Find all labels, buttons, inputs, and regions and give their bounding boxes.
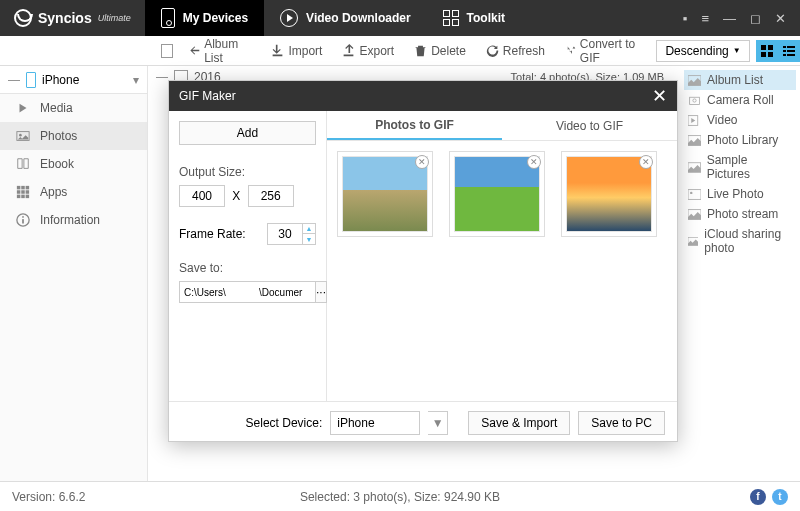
remove-photo-button[interactable]: ✕: [415, 155, 429, 169]
menu-icon[interactable]: ≡: [701, 11, 709, 26]
window-controls: ▪ ≡ — ◻ ✕: [683, 11, 800, 26]
sidebar-item-apps[interactable]: Apps: [0, 178, 147, 206]
browse-button[interactable]: ···: [316, 281, 327, 303]
version-label: Version: 6.6.2: [12, 490, 85, 504]
modal-settings-panel: Add Output Size: X Frame Rate: ▲ ▼ Save: [169, 111, 327, 401]
svg-rect-5: [787, 46, 795, 48]
output-size-label: Output Size:: [179, 165, 316, 179]
photo-thumbnail[interactable]: ✕: [449, 151, 545, 237]
device-name: iPhone: [42, 73, 79, 87]
minimize-button[interactable]: —: [723, 11, 736, 26]
step-up-button[interactable]: ▲: [303, 224, 315, 234]
svg-rect-20: [26, 195, 30, 199]
photo-thumbnail[interactable]: ✕: [337, 151, 433, 237]
svg-rect-4: [783, 46, 786, 48]
svg-point-26: [693, 98, 696, 101]
photo-thumbnails: ✕ ✕ ✕: [327, 141, 677, 247]
save-pc-button[interactable]: Save to PC: [578, 411, 665, 435]
album-list-button[interactable]: Album List: [179, 37, 261, 65]
svg-point-23: [22, 216, 24, 218]
play-icon: [280, 9, 298, 27]
save-import-button[interactable]: Save & Import: [468, 411, 570, 435]
sidebar-left: — iPhone ▾ Media Photos Ebook Apps Infor…: [0, 66, 148, 481]
gif-maker-modal: GIF Maker ✕ Add Output Size: X Frame Rat…: [168, 80, 678, 442]
photo-thumbnail[interactable]: ✕: [561, 151, 657, 237]
import-button[interactable]: Import: [261, 44, 332, 58]
remove-photo-button[interactable]: ✕: [639, 155, 653, 169]
output-height-input[interactable]: [248, 185, 294, 207]
chevron-down-icon: ▾: [133, 73, 139, 87]
sidebar-item-ebook[interactable]: Ebook: [0, 150, 147, 178]
feedback-icon[interactable]: ▪: [683, 11, 688, 26]
output-width-input[interactable]: [179, 185, 225, 207]
frame-rate-label: Frame Rate:: [179, 227, 246, 241]
remove-photo-button[interactable]: ✕: [527, 155, 541, 169]
selection-status: Selected: 3 photo(s), Size: 924.90 KB: [300, 490, 500, 504]
device-select-arrow[interactable]: ▼: [428, 411, 448, 435]
title-bar: Syncios Ultimate My Devices Video Downlo…: [0, 0, 800, 36]
album-item[interactable]: iCloud sharing photo: [684, 224, 796, 258]
twitter-icon[interactable]: t: [772, 489, 788, 505]
collapse-icon: —: [156, 70, 168, 84]
grid-icon: [443, 10, 459, 26]
view-grid-button[interactable]: [756, 40, 778, 62]
svg-point-31: [690, 191, 692, 193]
svg-rect-22: [22, 219, 24, 223]
chevron-down-icon: ▼: [733, 46, 741, 55]
svg-rect-3: [768, 52, 773, 57]
tab-toolkit[interactable]: Toolkit: [427, 0, 521, 36]
album-item[interactable]: Photo Library: [684, 130, 796, 150]
album-item[interactable]: Camera Roll: [684, 90, 796, 110]
delete-button[interactable]: Delete: [404, 44, 476, 58]
svg-rect-12: [17, 186, 21, 190]
phone-icon: [26, 72, 36, 88]
tab-video-downloader[interactable]: Video Downloader: [264, 0, 426, 36]
tab-my-devices[interactable]: My Devices: [145, 0, 264, 36]
svg-rect-0: [761, 45, 766, 50]
convert-gif-button[interactable]: Convert to GIF: [555, 37, 657, 65]
save-path-input[interactable]: [179, 281, 316, 303]
tab-video-to-gif[interactable]: Video to GIF: [502, 111, 677, 140]
sidebar-item-information[interactable]: Information: [0, 206, 147, 234]
svg-rect-6: [783, 50, 786, 52]
svg-rect-8: [783, 54, 786, 56]
facebook-icon[interactable]: f: [750, 489, 766, 505]
device-header[interactable]: — iPhone ▾: [0, 66, 147, 94]
refresh-button[interactable]: Refresh: [476, 44, 555, 58]
view-list-button[interactable]: [778, 40, 800, 62]
device-select[interactable]: iPhone: [330, 411, 420, 435]
sidebar-item-photos[interactable]: Photos: [0, 122, 147, 150]
svg-rect-25: [690, 97, 700, 104]
tab-label: Toolkit: [467, 11, 505, 25]
svg-rect-13: [21, 186, 25, 190]
svg-rect-14: [26, 186, 30, 190]
album-item[interactable]: Album List: [684, 70, 796, 90]
svg-rect-16: [21, 190, 25, 194]
close-button[interactable]: ✕: [775, 11, 786, 26]
maximize-button[interactable]: ◻: [750, 11, 761, 26]
sort-dropdown[interactable]: Descending▼: [656, 40, 749, 62]
modal-title: GIF Maker: [179, 89, 236, 103]
export-button[interactable]: Export: [332, 44, 404, 58]
album-item[interactable]: Photo stream: [684, 204, 796, 224]
select-all-checkbox[interactable]: [161, 44, 173, 58]
add-button[interactable]: Add: [179, 121, 316, 145]
select-device-label: Select Device:: [246, 416, 323, 430]
frame-rate-stepper: ▲ ▼: [303, 223, 316, 245]
tab-label: Video Downloader: [306, 11, 410, 25]
app-edition: Ultimate: [98, 13, 131, 23]
tab-photos-to-gif[interactable]: Photos to GIF: [327, 111, 502, 140]
sidebar-item-media[interactable]: Media: [0, 94, 147, 122]
phone-icon: [161, 8, 175, 28]
album-item[interactable]: Sample Pictures: [684, 150, 796, 184]
svg-rect-15: [17, 190, 21, 194]
svg-rect-17: [26, 190, 30, 194]
save-to-label: Save to:: [179, 261, 316, 275]
modal-footer: Select Device: iPhone ▼ Save & Import Sa…: [169, 401, 677, 443]
album-item[interactable]: Live Photo: [684, 184, 796, 204]
step-down-button[interactable]: ▼: [303, 234, 315, 244]
modal-close-button[interactable]: ✕: [652, 85, 667, 107]
frame-rate-input[interactable]: [267, 223, 303, 245]
album-item[interactable]: Video: [684, 110, 796, 130]
svg-rect-1: [768, 45, 773, 50]
